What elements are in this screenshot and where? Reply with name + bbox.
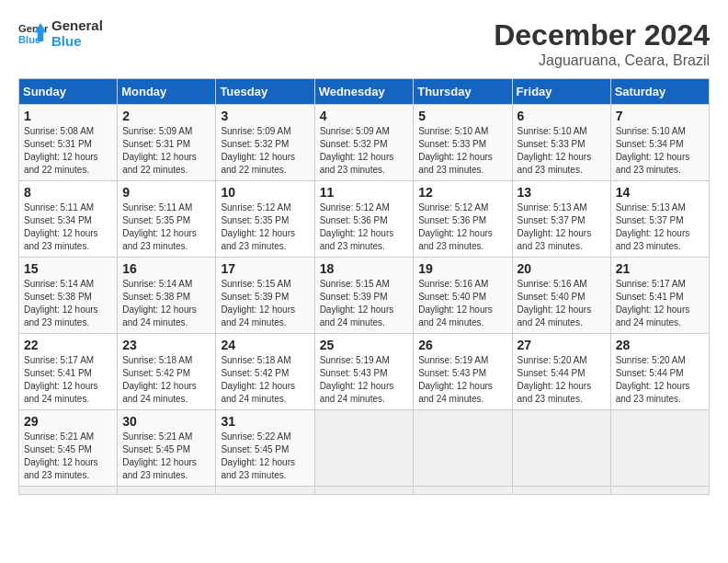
- calendar-cell: 14Sunrise: 5:13 AM Sunset: 5:37 PM Dayli…: [610, 181, 709, 258]
- day-info: Sunrise: 5:12 AM Sunset: 5:36 PM Dayligh…: [418, 201, 506, 253]
- day-number: 25: [320, 338, 409, 352]
- calendar-cell: 23Sunrise: 5:18 AM Sunset: 5:42 PM Dayli…: [118, 334, 216, 410]
- day-info: Sunrise: 5:11 AM Sunset: 5:35 PM Dayligh…: [122, 201, 210, 253]
- day-number: 28: [616, 338, 704, 352]
- day-number: 10: [221, 185, 309, 200]
- col-header-thursday: Thursday: [414, 79, 512, 105]
- day-info: Sunrise: 5:08 AM Sunset: 5:31 PM Dayligh…: [24, 125, 112, 177]
- calendar-cell: [610, 487, 709, 495]
- calendar-cell: [414, 410, 512, 487]
- day-number: 5: [418, 109, 506, 123]
- day-info: Sunrise: 5:22 AM Sunset: 5:45 PM Dayligh…: [221, 431, 309, 482]
- day-info: Sunrise: 5:10 AM Sunset: 5:34 PM Dayligh…: [616, 125, 704, 177]
- calendar-cell: [19, 487, 118, 495]
- calendar-cell: 6Sunrise: 5:10 AM Sunset: 5:33 PM Daylig…: [512, 105, 610, 181]
- calendar-cell: 7Sunrise: 5:10 AM Sunset: 5:34 PM Daylig…: [610, 105, 709, 181]
- calendar-cell: 2Sunrise: 5:09 AM Sunset: 5:31 PM Daylig…: [118, 105, 216, 181]
- day-number: 1: [24, 109, 112, 123]
- day-number: 11: [320, 185, 409, 200]
- day-number: 27: [518, 338, 606, 352]
- logo-icon: General Blue: [18, 19, 48, 49]
- day-number: 24: [221, 338, 309, 352]
- calendar-cell: 10Sunrise: 5:12 AM Sunset: 5:35 PM Dayli…: [216, 181, 314, 258]
- calendar-cell: 4Sunrise: 5:09 AM Sunset: 5:32 PM Daylig…: [314, 105, 414, 181]
- logo: General Blue General Blue: [18, 18, 103, 49]
- calendar-cell: 9Sunrise: 5:11 AM Sunset: 5:35 PM Daylig…: [118, 181, 216, 258]
- calendar-cell: 25Sunrise: 5:19 AM Sunset: 5:43 PM Dayli…: [314, 334, 414, 410]
- day-number: 22: [24, 338, 112, 352]
- day-info: Sunrise: 5:14 AM Sunset: 5:38 PM Dayligh…: [24, 278, 112, 329]
- calendar-cell: 12Sunrise: 5:12 AM Sunset: 5:36 PM Dayli…: [414, 181, 512, 258]
- day-info: Sunrise: 5:13 AM Sunset: 5:37 PM Dayligh…: [518, 201, 606, 253]
- col-header-friday: Friday: [512, 79, 610, 105]
- calendar-cell: [314, 487, 414, 495]
- col-header-wednesday: Wednesday: [314, 79, 414, 105]
- day-number: 31: [221, 414, 309, 429]
- calendar-cell: 20Sunrise: 5:16 AM Sunset: 5:40 PM Dayli…: [512, 258, 610, 334]
- day-info: Sunrise: 5:18 AM Sunset: 5:42 PM Dayligh…: [122, 354, 210, 406]
- day-number: 29: [24, 414, 112, 429]
- day-info: Sunrise: 5:21 AM Sunset: 5:45 PM Dayligh…: [122, 431, 210, 482]
- calendar-cell: 19Sunrise: 5:16 AM Sunset: 5:40 PM Dayli…: [414, 258, 512, 334]
- calendar-cell: [414, 487, 512, 495]
- day-number: 20: [518, 261, 606, 276]
- day-number: 14: [616, 185, 704, 200]
- col-header-saturday: Saturday: [610, 79, 709, 105]
- calendar-cell: 28Sunrise: 5:20 AM Sunset: 5:44 PM Dayli…: [610, 334, 709, 410]
- day-number: 26: [418, 338, 506, 352]
- day-info: Sunrise: 5:09 AM Sunset: 5:32 PM Dayligh…: [320, 125, 409, 177]
- calendar-cell: 18Sunrise: 5:15 AM Sunset: 5:39 PM Dayli…: [314, 258, 414, 334]
- page-header: General Blue General Blue December 2024 …: [18, 18, 710, 69]
- day-info: Sunrise: 5:18 AM Sunset: 5:42 PM Dayligh…: [221, 354, 309, 406]
- calendar-cell: 31Sunrise: 5:22 AM Sunset: 5:45 PM Dayli…: [216, 410, 314, 487]
- day-info: Sunrise: 5:19 AM Sunset: 5:43 PM Dayligh…: [418, 354, 506, 406]
- calendar-cell: 5Sunrise: 5:10 AM Sunset: 5:33 PM Daylig…: [414, 105, 512, 181]
- calendar-container: SundayMondayTuesdayWednesdayThursdayFrid…: [18, 78, 710, 495]
- day-info: Sunrise: 5:14 AM Sunset: 5:38 PM Dayligh…: [122, 278, 210, 329]
- title-block: December 2024 Jaguaruana, Ceara, Brazil: [494, 18, 710, 69]
- day-number: 16: [122, 261, 210, 276]
- day-number: 7: [616, 109, 704, 123]
- day-info: Sunrise: 5:12 AM Sunset: 5:35 PM Dayligh…: [221, 201, 309, 253]
- page-title: December 2024: [494, 18, 710, 52]
- svg-text:Blue: Blue: [18, 33, 40, 44]
- calendar-cell: 24Sunrise: 5:18 AM Sunset: 5:42 PM Dayli…: [216, 334, 314, 410]
- calendar-cell: [610, 410, 709, 487]
- col-header-tuesday: Tuesday: [216, 79, 314, 105]
- calendar-cell: 30Sunrise: 5:21 AM Sunset: 5:45 PM Dayli…: [118, 410, 216, 487]
- calendar-cell: 29Sunrise: 5:21 AM Sunset: 5:45 PM Dayli…: [19, 410, 118, 487]
- day-number: 4: [320, 109, 409, 123]
- day-info: Sunrise: 5:10 AM Sunset: 5:33 PM Dayligh…: [418, 125, 506, 177]
- day-number: 19: [418, 261, 506, 276]
- day-info: Sunrise: 5:16 AM Sunset: 5:40 PM Dayligh…: [518, 278, 606, 329]
- day-number: 9: [122, 185, 210, 200]
- calendar-cell: 13Sunrise: 5:13 AM Sunset: 5:37 PM Dayli…: [512, 181, 610, 258]
- day-info: Sunrise: 5:15 AM Sunset: 5:39 PM Dayligh…: [320, 278, 409, 329]
- calendar-cell: 27Sunrise: 5:20 AM Sunset: 5:44 PM Dayli…: [512, 334, 610, 410]
- calendar-cell: 17Sunrise: 5:15 AM Sunset: 5:39 PM Dayli…: [216, 258, 314, 334]
- day-number: 6: [518, 109, 606, 123]
- day-number: 30: [122, 414, 210, 429]
- calendar-cell: [118, 487, 216, 495]
- calendar-cell: 8Sunrise: 5:11 AM Sunset: 5:34 PM Daylig…: [19, 181, 118, 258]
- day-info: Sunrise: 5:20 AM Sunset: 5:44 PM Dayligh…: [616, 354, 704, 406]
- day-info: Sunrise: 5:13 AM Sunset: 5:37 PM Dayligh…: [616, 201, 704, 253]
- calendar-cell: 1Sunrise: 5:08 AM Sunset: 5:31 PM Daylig…: [19, 105, 118, 181]
- day-number: 18: [320, 261, 409, 276]
- day-info: Sunrise: 5:09 AM Sunset: 5:31 PM Dayligh…: [122, 125, 210, 177]
- calendar-cell: 15Sunrise: 5:14 AM Sunset: 5:38 PM Dayli…: [19, 258, 118, 334]
- day-number: 15: [24, 261, 112, 276]
- calendar-cell: 26Sunrise: 5:19 AM Sunset: 5:43 PM Dayli…: [414, 334, 512, 410]
- page-subtitle: Jaguaruana, Ceara, Brazil: [494, 52, 710, 69]
- day-number: 12: [418, 185, 506, 200]
- calendar-cell: 3Sunrise: 5:09 AM Sunset: 5:32 PM Daylig…: [216, 105, 314, 181]
- col-header-sunday: Sunday: [19, 79, 118, 105]
- logo-line2: Blue: [51, 34, 103, 50]
- day-number: 17: [221, 261, 309, 276]
- day-info: Sunrise: 5:11 AM Sunset: 5:34 PM Dayligh…: [24, 201, 112, 253]
- day-number: 13: [518, 185, 606, 200]
- day-info: Sunrise: 5:19 AM Sunset: 5:43 PM Dayligh…: [320, 354, 409, 406]
- day-info: Sunrise: 5:21 AM Sunset: 5:45 PM Dayligh…: [24, 431, 112, 482]
- calendar-cell: 16Sunrise: 5:14 AM Sunset: 5:38 PM Dayli…: [118, 258, 216, 334]
- day-info: Sunrise: 5:10 AM Sunset: 5:33 PM Dayligh…: [518, 125, 606, 177]
